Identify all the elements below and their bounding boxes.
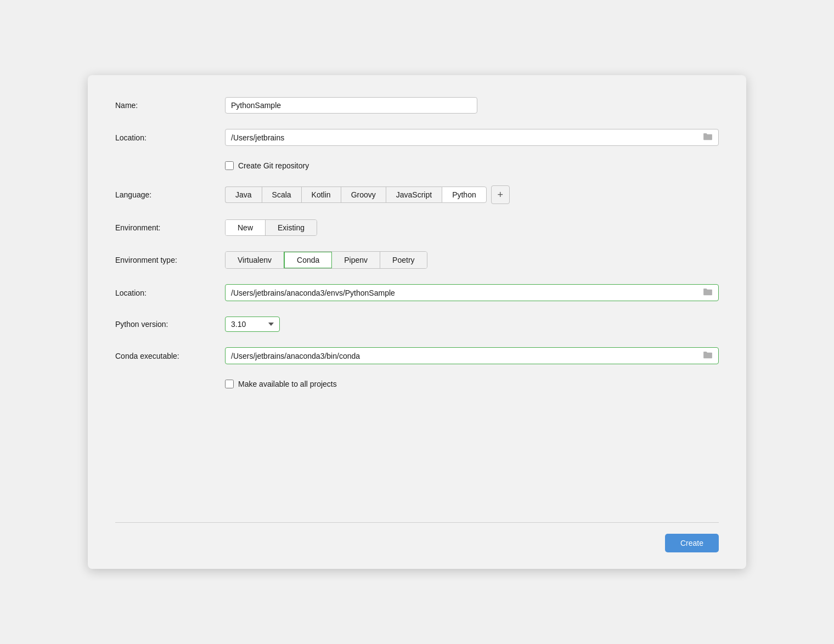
location-input[interactable] — [226, 130, 697, 145]
environment-type-row: Environment type: Virtualenv Conda Pipen… — [115, 251, 719, 269]
environment-row: Environment: New Existing — [115, 219, 719, 236]
location-folder-icon[interactable] — [697, 129, 718, 145]
name-label: Name: — [115, 101, 225, 110]
conda-folder-icon[interactable] — [697, 348, 718, 364]
env-location-folder-icon[interactable] — [697, 285, 718, 301]
environment-label: Environment: — [115, 223, 225, 232]
env-location-label: Location: — [115, 289, 225, 297]
bottom-bar: Create — [115, 522, 719, 552]
conda-executable-area — [225, 347, 719, 364]
language-label: Language: — [115, 190, 225, 199]
name-input[interactable] — [225, 97, 477, 114]
git-checkbox[interactable] — [225, 161, 234, 170]
lang-groovy[interactable]: Groovy — [341, 187, 386, 203]
lang-python[interactable]: Python — [442, 187, 487, 203]
lang-java[interactable]: Java — [225, 187, 262, 203]
env-location-input[interactable] — [226, 285, 697, 301]
make-available-checkbox[interactable] — [225, 380, 234, 388]
env-new-tab[interactable]: New — [226, 220, 266, 235]
env-type-poetry[interactable]: Poetry — [380, 252, 426, 268]
name-row: Name: — [115, 97, 719, 114]
make-available-row: Make available to all projects — [225, 380, 719, 388]
language-row: Language: Java Scala Kotlin Groovy JavaS… — [115, 185, 719, 204]
location-row: Location: — [115, 129, 719, 146]
env-type-conda[interactable]: Conda — [284, 251, 333, 269]
lang-kotlin[interactable]: Kotlin — [301, 187, 341, 203]
add-language-button[interactable]: + — [491, 185, 510, 204]
conda-executable-row: Conda executable: — [115, 347, 719, 364]
lang-javascript[interactable]: JavaScript — [386, 187, 442, 203]
environment-type-label: Environment type: — [115, 256, 225, 264]
name-field-area — [225, 97, 719, 114]
location-field-area — [225, 129, 719, 146]
language-buttons-area: Java Scala Kotlin Groovy JavaScript Pyth… — [225, 185, 719, 204]
language-group: Java Scala Kotlin Groovy JavaScript Pyth… — [225, 185, 719, 204]
python-version-label: Python version: — [115, 320, 225, 329]
location-input-container — [225, 129, 719, 146]
conda-executable-input[interactable] — [226, 348, 697, 364]
environment-tabs-area: New Existing — [225, 219, 719, 236]
env-type-pipenv[interactable]: Pipenv — [332, 252, 380, 268]
make-available-label[interactable]: Make available to all projects — [238, 380, 337, 388]
env-location-field-area — [225, 284, 719, 301]
env-type-virtualenv[interactable]: Virtualenv — [226, 252, 284, 268]
lang-scala[interactable]: Scala — [262, 187, 301, 203]
git-checkbox-row: Create Git repository — [225, 161, 719, 170]
env-existing-tab[interactable]: Existing — [266, 220, 317, 235]
env-type-button-group: Virtualenv Conda Pipenv Poetry — [225, 251, 427, 269]
new-project-dialog: Name: Location: Crea — [88, 75, 746, 569]
python-version-area: 3.10 3.9 3.8 3.11 — [225, 317, 719, 332]
python-version-select[interactable]: 3.10 3.9 3.8 3.11 — [225, 317, 280, 332]
form-body: Name: Location: Crea — [115, 97, 719, 511]
environment-type-area: Virtualenv Conda Pipenv Poetry — [225, 251, 719, 269]
env-location-input-container — [225, 284, 719, 301]
create-button[interactable]: Create — [665, 534, 719, 552]
location-label: Location: — [115, 133, 225, 142]
language-button-group: Java Scala Kotlin Groovy JavaScript Pyth… — [225, 187, 487, 203]
git-checkbox-label[interactable]: Create Git repository — [238, 161, 309, 170]
conda-executable-label: Conda executable: — [115, 352, 225, 360]
python-version-row: Python version: 3.10 3.9 3.8 3.11 — [115, 317, 719, 332]
env-location-row: Location: — [115, 284, 719, 301]
conda-executable-input-container — [225, 347, 719, 364]
environment-tab-group: New Existing — [225, 219, 317, 236]
